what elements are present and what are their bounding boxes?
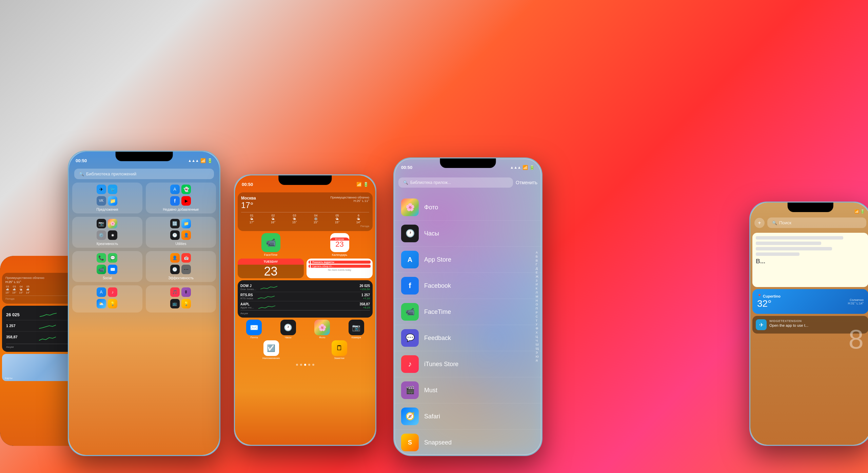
phone2-app-tips: 💡 [108,299,117,308]
phone3-fc-2: 02🌥16° [271,214,276,224]
phone2-app-fb: f [170,196,180,206]
phone2-folder-suggestions-grid: ✈ 🐦 VK 📁 [97,185,118,206]
phone3-clock-app[interactable]: 🕐 Часы [272,320,305,339]
phone3-reminders-app[interactable]: ☑️ Напоминания [238,340,304,360]
phone3-fc-3: 03🌦15° [292,214,297,224]
phone4-facetime-icon: 📹 [401,303,419,321]
phone3-camera-icon: 📷 [349,320,364,335]
phone2-folder-recent[interactable]: A 👻 f ▶ Недавно добавленные [146,183,216,213]
phone3-facetime-app[interactable]: 📹 FaceTime [238,233,304,257]
phone2-app-phone: 📞 [97,253,106,263]
phone5-search-text: Поиск [779,220,791,225]
phone-4: 00:50 ▲▲▲ 📶 🔋 🔍 Библиотека прилож... Отм… [393,157,542,456]
phone3-photos-icon: 🌸 [314,320,330,335]
phone2-folders-row4: A ♪ ⛅ 💡 🎵 🎙 📺 💡 [72,285,216,313]
phone4-app-itunes[interactable]: ♪ iTunes Store [394,351,541,377]
phone1-fc1: 03☁️15° [5,285,9,294]
phone2-screen: 00:50 ▲▲▲ 📶 🔋 🔍 Библиотека приложений ✈ [69,152,219,455]
phone4-app-facetime[interactable]: 📹 FaceTime [394,299,541,325]
phone4-clock-name: Часы [424,230,439,237]
phone4-feedback-icon: 💬 [401,329,419,347]
phone2-folder-row4-2[interactable]: 🎵 🎙 📺 💡 [146,285,216,313]
phone2-signal-icon: ▲▲▲ [188,158,199,163]
phone2-app-appstore: A [170,185,180,194]
phone4-must-icon: 🎬 [401,381,419,399]
phone2-folder-suggestions-label: Предложения [96,208,118,211]
phone3-clock-icon: 🕐 [280,320,296,335]
phone4-alpha-ch: Ч [536,339,539,343]
phone4-alpha-f: Ф [536,327,539,330]
phone3-screen: 00:50 📶 🔋 Москва 17° Преимущественно обл… [235,175,375,445]
phone2-app-contacts2: 👤 [170,253,180,263]
phone2-app-telegram: ✈ [97,185,106,194]
phone-3: 00:50 📶 🔋 Москва 17° Преимущественно обл… [234,174,376,446]
phone3-statusbar: 00:50 📶 🔋 [235,175,375,190]
phone4-app-must[interactable]: 🎬 Must [394,377,541,403]
phone2-app-misc: ⋯ [181,265,191,274]
phone3-calendar-label: Календарь [332,253,347,257]
phone3-s2-price: 1 257 [361,293,370,297]
phone4-app-snapseed[interactable]: S Snapseed [394,430,541,455]
phone2-folder-utilities[interactable]: 🔢 📁 🕐 👤 Utilities [146,217,216,248]
phone3-photos-app[interactable]: 🌸 Фото [306,320,339,339]
phone3-calendar-icon: Вторник 23 [330,233,349,252]
phone2-app-settings: ⚙️ [97,230,106,240]
phone3-weather-city-area: Москва 17° [241,196,256,210]
phone3-mail-app[interactable]: ✉️ Почта [238,320,271,339]
phone2-folder-creative[interactable]: 📷 🌸 ⚙️ ◉ Креативность [72,217,142,248]
phone4-alpha-s: С [536,315,539,319]
phone4-alpha-k: К [536,287,539,291]
phone4-alpha-shch: Щ [536,347,539,351]
phone2-folder-efficiency[interactable]: 👤 📅 🕐 ⋯ Эффективность [146,251,216,282]
phone4-alpha-ya: Я [536,359,539,363]
phone4-statusbar: 00:50 ▲▲▲ 📶 🔋 [394,158,541,173]
phone2-folders-row2: 📷 🌸 ⚙️ ◉ Креативность 🔢 📁 🕐 👤 [72,217,216,248]
phone4-app-safari[interactable]: 🧭 Safari [394,403,541,430]
phone3-weather-label: Погода [241,224,369,228]
phone4-search-bar[interactable]: 🔍 Библиотека прилож... [398,177,513,188]
phone4-app-facebook[interactable]: f Facebook [394,273,541,299]
phone2-app-msg: 💬 [108,253,117,263]
phone3-facetime-label: FaceTime [264,253,278,257]
phone4-search-area: 🔍 Библиотека прилож... Отменить [394,175,541,190]
phone3-notes-app[interactable]: 🗒 Заметки [306,340,373,360]
phone4-clock-icon: 🕐 [401,225,419,242]
phone2-folder-suggestions[interactable]: ✈ 🐦 VK 📁 Предложения [72,183,142,213]
phone1-fc3: 04🌥15° [19,285,23,294]
phone3-temp: 17° [241,201,256,210]
phone2-folder-efficiency-grid: 👤 📅 🕐 ⋯ [170,253,192,275]
phone3-no-events: No more events today [309,269,371,271]
phone2-app-podcast: 🎙 [181,287,191,297]
phone3-s2-info: RTS.RSRTS Index [240,293,253,300]
phone5-top-controls: + 🔍 Поиск [750,217,868,231]
phone2-folder-efficiency-label: Эффективность [168,276,194,280]
phone5-condition: Солнечно [848,298,864,302]
phone5-telegram-widget-icon: ✈ [756,319,767,330]
phone3-app-row1: 📹 FaceTime Вторник 23 Календарь [235,233,375,259]
phone2-search-bar[interactable]: 🔍 Библиотека приложений [74,169,214,179]
phone3-events-widget: ▌ Показать виджеты ▌ Сделать обзор iO...… [307,259,373,278]
phone5-add-btn[interactable]: + [754,218,765,228]
phone4-app-feedback[interactable]: 💬 Feedback [394,325,541,351]
phone1-s2-chart [39,322,56,330]
phone4-alpha-v: В [536,259,539,263]
phone3-calendar-app[interactable]: Вторник 23 Календарь [307,233,373,257]
phone5-search-bar[interactable]: 🔍 Поиск [767,217,866,228]
phone3-dot-3 [304,364,306,366]
phone3-forecast: 01🌥17° 02🌥16° 03🌦15° 04❄️15° 05🌥15° 6🌥14… [241,212,369,224]
phone5-notes-widget: В... [752,233,868,287]
phone3-event-2: ▌ Сделать обзор iO... [309,265,371,268]
phone4-app-photos[interactable]: 🌸 Фото [394,194,541,221]
phone2-folder-social[interactable]: 📞 💬 📹 ✉️ Social [72,251,142,282]
phone3-reminders-icon: ☑️ [263,340,279,356]
phone4-cancel-btn[interactable]: Отменить [516,180,537,185]
phone2-folder-row4-1[interactable]: A ♪ ⛅ 💡 [72,285,142,313]
phone4-app-appstore[interactable]: A App Store [394,247,541,273]
phone3-camera-app[interactable]: 📷 Камера [340,320,373,339]
phone3-dot-5 [312,364,314,366]
phone2-app-vk: VK [97,196,106,206]
phone3-facetime-icon: 📹 [261,233,280,252]
phone4-app-clock[interactable]: 🕐 Часы [394,221,541,247]
phone3-dot-1 [296,364,298,366]
phone4-power-btn [541,206,542,226]
